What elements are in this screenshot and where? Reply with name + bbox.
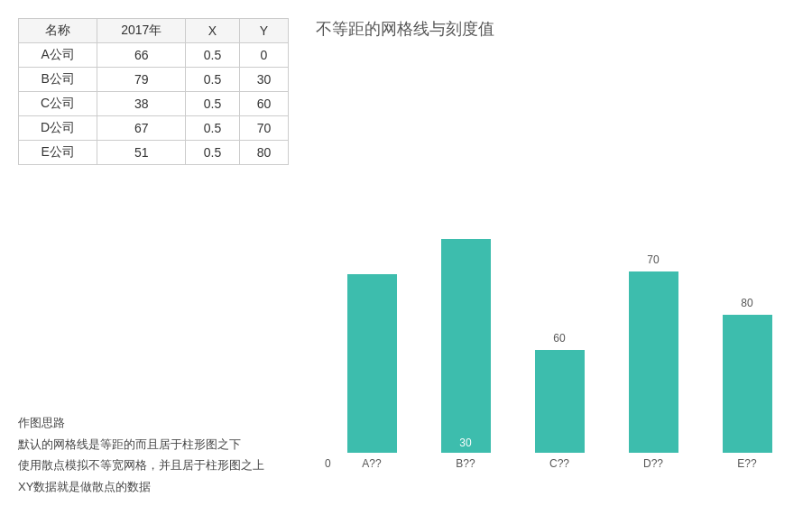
bar: 80 [723, 315, 772, 453]
table-cell: 80 [239, 141, 288, 165]
bar: 70 [629, 271, 678, 453]
table-header: X [186, 19, 240, 43]
bar-top-label: 60 [535, 332, 585, 345]
table-cell: B公司 [19, 68, 97, 92]
table-cell: 30 [239, 68, 288, 92]
bar-top-label: 70 [629, 253, 678, 266]
bar-item: 80E?? [700, 49, 794, 470]
notes-line: XY数据就是做散点的数据 [18, 476, 289, 497]
table-header: 2017年 [97, 19, 186, 43]
chart-title: 不等距的网格线与刻度值 [316, 18, 794, 40]
table-cell: E公司 [19, 141, 97, 165]
bar-name-label: A?? [362, 457, 381, 470]
table-cell: 0.5 [186, 116, 240, 141]
table-cell: 0 [239, 43, 288, 68]
table-cell: 51 [97, 141, 186, 165]
bar-item: 70D?? [606, 49, 700, 470]
table-cell: 66 [97, 43, 186, 68]
table-cell: 67 [97, 116, 186, 141]
bar [347, 274, 397, 453]
table-cell: 38 [97, 92, 186, 116]
bar-name-label: B?? [456, 457, 475, 470]
table-row: A公司660.50 [19, 43, 289, 68]
table-row: E公司510.580 [19, 141, 289, 165]
table-row: D公司670.570 [19, 116, 289, 141]
notes-title: 作图思路 [18, 412, 289, 433]
bar-name-label: C?? [549, 457, 569, 470]
notes-line: 使用散点模拟不等宽网格，并且居于柱形图之上 [18, 455, 289, 475]
bar-item: A?? [325, 49, 419, 470]
table-cell: 0.5 [186, 43, 240, 68]
chart-area: 0 A??30B??60C??70D??80E?? [316, 49, 794, 497]
bar-item: 30B?? [419, 49, 512, 470]
left-panel: 名称2017年XY A公司660.50B公司790.530C公司380.560D… [18, 18, 289, 497]
table-cell: 0.5 [186, 141, 240, 165]
table-row: B公司790.530 [19, 68, 289, 92]
table-cell: C公司 [19, 92, 97, 116]
data-table: 名称2017年XY A公司660.50B公司790.530C公司380.560D… [18, 18, 289, 165]
table-cell: A公司 [19, 43, 97, 68]
bar-name-label: E?? [737, 457, 756, 470]
right-panel: 不等距的网格线与刻度值 0 A??30B??60C??70D??80E?? [289, 18, 794, 497]
table-cell: D公司 [19, 116, 97, 141]
table-cell: 60 [239, 92, 288, 116]
bar-name-label: D?? [643, 457, 663, 470]
notes-line: 默认的网格线是等距的而且居于柱形图之下 [18, 434, 289, 455]
table-cell: 79 [97, 68, 186, 92]
bar-inner-label: 30 [441, 437, 491, 449]
table-cell: 0.5 [186, 68, 240, 92]
notes-section: 作图思路 默认的网格线是等距的而且居于柱形图之下使用散点模拟不等宽网格，并且居于… [18, 412, 289, 497]
chart-inner: 0 A??30B??60C??70D??80E?? [316, 49, 794, 497]
bar-top-label: 80 [723, 297, 772, 309]
table-cell: 0.5 [186, 92, 240, 116]
bar: 30 [441, 239, 491, 453]
bar-group: A??30B??60C??70D??80E?? [325, 49, 794, 470]
table-header: Y [239, 19, 288, 43]
bar: 60 [535, 350, 585, 453]
table-row: C公司380.560 [19, 92, 289, 116]
table-cell: 70 [239, 116, 288, 141]
table-header: 名称 [19, 19, 97, 43]
bar-item: 60C?? [512, 49, 606, 470]
